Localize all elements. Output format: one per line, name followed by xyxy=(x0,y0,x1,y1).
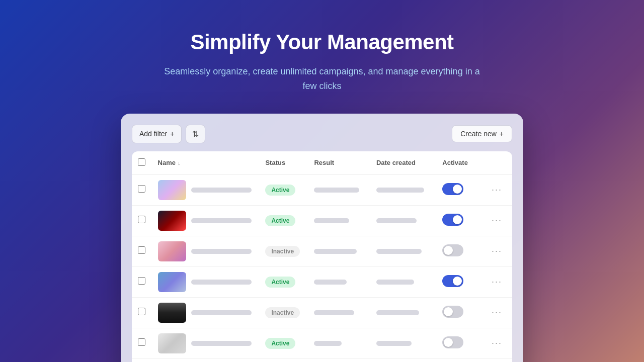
row-date-cell xyxy=(370,266,436,297)
row-checkbox-cell xyxy=(132,297,152,328)
activate-toggle[interactable] xyxy=(442,214,463,226)
activate-toggle[interactable] xyxy=(442,306,463,318)
date-bar xyxy=(376,341,412,346)
result-bar xyxy=(314,280,347,285)
row-name-bar xyxy=(191,280,252,285)
row-name-cell xyxy=(152,266,260,297)
row-activate-cell xyxy=(436,174,481,205)
row-status-cell: Inactive xyxy=(259,236,308,266)
sort-button[interactable]: ⇅ xyxy=(186,125,205,143)
date-bar xyxy=(376,218,417,223)
row-checkbox-cell xyxy=(132,174,152,205)
row-checkbox[interactable] xyxy=(138,308,145,315)
name-sort-icon: ↓ xyxy=(178,160,181,166)
result-bar xyxy=(314,218,349,223)
header-result: Result xyxy=(308,151,370,175)
row-activate-cell xyxy=(436,328,481,358)
row-status-cell: Inactive xyxy=(259,297,308,328)
row-thumbnail xyxy=(158,211,186,231)
activate-toggle[interactable] xyxy=(442,336,463,348)
select-all-checkbox[interactable] xyxy=(138,158,145,166)
row-date-cell xyxy=(370,174,436,205)
row-checkbox[interactable] xyxy=(138,338,145,346)
row-result-cell xyxy=(308,358,370,362)
row-checkbox-cell xyxy=(132,358,152,362)
status-badge: Inactive xyxy=(265,246,300,257)
activate-toggle[interactable] xyxy=(442,244,463,256)
row-checkbox[interactable] xyxy=(138,185,145,193)
row-more-cell: ··· xyxy=(481,266,512,297)
row-checkbox-cell xyxy=(132,236,152,266)
hero-subtitle: Seamlessly organize, create unlimited ca… xyxy=(161,64,483,94)
row-activate-cell xyxy=(436,297,481,328)
row-more-cell: ··· xyxy=(481,205,512,236)
row-thumbnail xyxy=(158,333,186,353)
row-date-cell xyxy=(370,328,436,358)
add-filter-button[interactable]: Add filter + xyxy=(132,125,182,143)
table-row: Active··· xyxy=(132,328,512,358)
create-new-icon: + xyxy=(500,130,504,138)
status-badge: Inactive xyxy=(265,307,300,318)
row-name-bar xyxy=(191,218,252,223)
hero-title: Simplify Your Management xyxy=(161,30,483,54)
row-more-cell: ··· xyxy=(481,297,512,328)
row-date-cell xyxy=(370,358,436,362)
row-name-bar xyxy=(191,188,252,193)
header-checkbox-cell xyxy=(132,151,152,175)
row-name-cell xyxy=(152,328,260,358)
header-name: Name ↓ xyxy=(152,151,260,175)
activate-toggle[interactable] xyxy=(442,275,463,287)
add-filter-label: Add filter xyxy=(139,130,167,138)
row-more-cell: ··· xyxy=(481,174,512,205)
table-row: Active··· xyxy=(132,358,512,362)
header-activate: Activate xyxy=(436,151,481,175)
row-thumbnail xyxy=(158,180,186,200)
status-badge: Active xyxy=(265,215,295,226)
row-checkbox[interactable] xyxy=(138,216,145,223)
row-result-cell xyxy=(308,236,370,266)
table-row: Inactive··· xyxy=(132,236,512,266)
toolbar: Add filter + ⇅ Create new + xyxy=(132,125,512,143)
more-options-button[interactable]: ··· xyxy=(488,244,506,258)
row-date-cell xyxy=(370,297,436,328)
activate-toggle[interactable] xyxy=(442,183,463,195)
header-status: Status xyxy=(259,151,308,175)
row-name-bar xyxy=(191,249,252,254)
row-result-cell xyxy=(308,266,370,297)
row-status-cell: Active xyxy=(259,328,308,358)
status-badge: Active xyxy=(265,185,295,196)
more-options-button[interactable]: ··· xyxy=(488,305,506,320)
result-bar xyxy=(314,310,354,315)
row-date-cell xyxy=(370,236,436,266)
result-bar xyxy=(314,188,359,193)
more-options-button[interactable]: ··· xyxy=(488,275,506,289)
row-result-cell xyxy=(308,205,370,236)
row-more-cell: ··· xyxy=(481,328,512,358)
row-status-cell: Active xyxy=(259,266,308,297)
row-activate-cell xyxy=(436,266,481,297)
row-name-cell xyxy=(152,174,260,205)
row-thumbnail xyxy=(158,272,186,292)
toggle-knob xyxy=(444,338,453,347)
table-row: Active··· xyxy=(132,266,512,297)
row-result-cell xyxy=(308,174,370,205)
more-options-button[interactable]: ··· xyxy=(488,213,506,228)
row-result-cell xyxy=(308,297,370,328)
status-badge: Active xyxy=(265,277,295,288)
more-options-button[interactable]: ··· xyxy=(488,336,506,350)
row-name-bar xyxy=(191,310,252,315)
status-badge: Active xyxy=(265,338,295,349)
row-more-cell: ··· xyxy=(481,236,512,266)
header-date-created: Date created xyxy=(370,151,436,175)
main-panel: Add filter + ⇅ Create new + Name xyxy=(121,114,523,362)
create-new-button[interactable]: Create new + xyxy=(452,125,512,142)
date-bar xyxy=(376,310,419,315)
row-checkbox[interactable] xyxy=(138,246,145,254)
row-date-cell xyxy=(370,205,436,236)
row-checkbox-cell xyxy=(132,205,152,236)
toggle-knob xyxy=(444,246,453,255)
row-status-cell: Active xyxy=(259,205,308,236)
more-options-button[interactable]: ··· xyxy=(488,183,506,197)
row-checkbox[interactable] xyxy=(138,277,145,285)
add-filter-icon: + xyxy=(170,130,174,138)
